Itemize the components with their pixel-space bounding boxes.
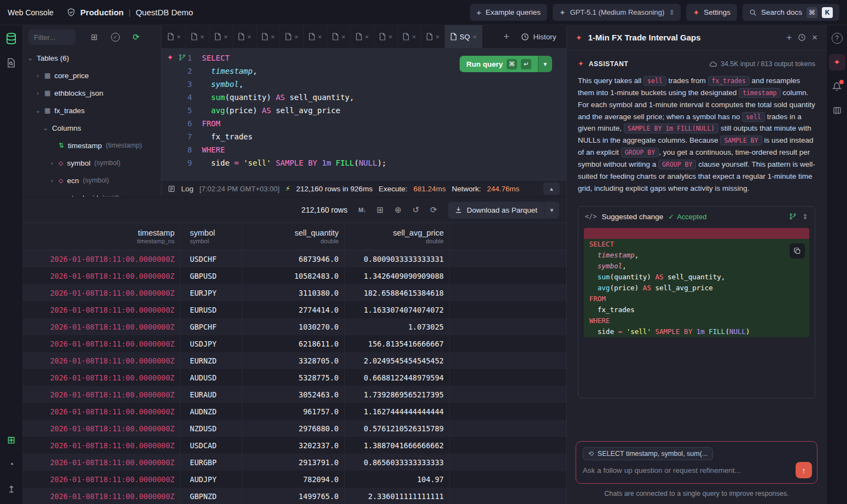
- code-line[interactable]: 6FROM: [161, 117, 566, 130]
- table-row[interactable]: 2026-01-08T18:11:00.0000000ZUSDCHF687394…: [23, 250, 566, 267]
- chat-history-button[interactable]: [798, 33, 806, 42]
- check-circle-icon[interactable]: ✓: [111, 33, 120, 42]
- close-tab-icon[interactable]: ×: [294, 33, 299, 41]
- code-line[interactable]: 4 sum(quantity) AS sell_quantity,: [161, 91, 566, 104]
- copy-icon[interactable]: [790, 243, 805, 259]
- new-chat-button[interactable]: +: [786, 32, 792, 43]
- table-row[interactable]: 2026-01-08T18:11:00.0000000ZGBPUSD105824…: [23, 267, 566, 284]
- column-item[interactable]: 123trade_id(uuid): [23, 189, 161, 197]
- close-tab-icon[interactable]: ×: [271, 33, 275, 41]
- table-item[interactable]: ›▦ethblocks_json: [23, 84, 161, 102]
- close-tab-icon[interactable]: ×: [412, 33, 416, 41]
- globe-icon[interactable]: ⊕: [395, 205, 402, 215]
- columns-panel-icon[interactable]: [829, 102, 845, 119]
- editor-tab[interactable]: ×: [421, 25, 445, 48]
- run-query-main[interactable]: Run query ⌘ ↵: [460, 56, 538, 72]
- query-context-chip[interactable]: ⟲ SELECT timestamp, symbol, sum(...: [583, 447, 713, 460]
- table-row[interactable]: 2026-01-08T18:11:00.0000000ZEURAUD305246…: [23, 386, 566, 403]
- close-tab-icon[interactable]: ×: [177, 33, 181, 41]
- table-row[interactable]: 2026-01-08T18:11:00.0000000ZNZDUSD297688…: [23, 420, 566, 437]
- help-icon[interactable]: ?: [829, 30, 845, 46]
- new-tab-button[interactable]: +: [497, 25, 515, 48]
- table-row[interactable]: 2026-01-08T18:11:00.0000000ZUSDJPY621861…: [23, 335, 566, 352]
- close-tab-icon[interactable]: ×: [365, 33, 369, 41]
- example-queries-button[interactable]: + Example queries: [470, 4, 547, 21]
- editor-tab[interactable]: ×: [351, 25, 374, 48]
- ai-assistant-icon[interactable]: ✦: [829, 54, 845, 71]
- table-row[interactable]: 2026-01-08T18:11:00.0000000ZEURJPY311038…: [23, 284, 566, 301]
- expand-collapse-icon[interactable]: ⇕: [802, 213, 808, 221]
- close-tab-icon[interactable]: ×: [247, 33, 252, 41]
- column-header[interactable]: symbolsymbol: [181, 223, 242, 250]
- close-tab-icon[interactable]: ×: [224, 33, 228, 41]
- panel-layout-icon[interactable]: ⊞: [91, 32, 98, 42]
- ai-sparkle-icon[interactable]: ✦: [167, 53, 173, 62]
- code-line[interactable]: 3 symbol,: [161, 78, 566, 91]
- collapse-log-button[interactable]: ▲: [543, 183, 560, 195]
- close-tab-icon[interactable]: ×: [473, 33, 477, 41]
- column-item[interactable]: ›◇symbol(symbol): [23, 154, 161, 172]
- editor-tab[interactable]: ×: [398, 25, 421, 48]
- grid-view-icon[interactable]: ⊞: [3, 432, 20, 448]
- history-button[interactable]: History: [515, 30, 561, 44]
- code-line[interactable]: 5 avg(price) AS sell_avg_price: [161, 104, 566, 117]
- table-row[interactable]: 2026-01-08T18:11:00.0000000ZEURGBP291379…: [23, 454, 566, 471]
- import-icon[interactable]: ↥: [3, 481, 20, 497]
- column-item[interactable]: ⇅timestamp(timestamp): [23, 137, 161, 154]
- search-docs-button[interactable]: Search docs ⌘ K: [742, 4, 839, 21]
- filter-input[interactable]: [28, 30, 76, 45]
- close-tab-icon[interactable]: ×: [388, 33, 393, 41]
- close-tab-icon[interactable]: ×: [318, 33, 322, 41]
- editor-tab-active[interactable]: SQ×: [445, 25, 483, 48]
- close-tab-icon[interactable]: ×: [436, 33, 440, 41]
- table-row[interactable]: 2026-01-08T18:11:00.0000000ZEURNZD332870…: [23, 352, 566, 369]
- refresh-icon[interactable]: ⟳: [133, 32, 140, 42]
- column-header[interactable]: sell_avg_pricedouble: [345, 223, 450, 250]
- table-row[interactable]: 2026-01-08T18:11:00.0000000ZAUDJPY782094…: [23, 471, 566, 488]
- log-label[interactable]: Log: [181, 185, 194, 193]
- refresh-icon[interactable]: ⟳: [430, 205, 437, 215]
- git-branch-icon[interactable]: [178, 54, 186, 61]
- table-row[interactable]: 2026-01-08T18:11:00.0000000ZAUDUSD532877…: [23, 369, 566, 386]
- close-panel-button[interactable]: ×: [812, 32, 817, 43]
- undo-icon[interactable]: ↺: [413, 205, 420, 215]
- column-item[interactable]: ›◇ecn(symbol): [23, 172, 161, 189]
- tables-header[interactable]: ⌄Tables (6): [23, 49, 161, 67]
- editor-tab[interactable]: ×: [327, 25, 351, 48]
- chat-input-box[interactable]: ⟲ SELECT timestamp, symbol, sum(... Ask …: [576, 441, 817, 484]
- table-row[interactable]: 2026-01-08T18:11:00.0000000ZUSDCAD320233…: [23, 437, 566, 454]
- download-options-chevron[interactable]: ▼: [544, 202, 559, 219]
- table-row[interactable]: 2026-01-08T18:11:00.0000000ZAUDNZD961757…: [23, 403, 566, 420]
- code-line[interactable]: 9 side = 'sell' SAMPLE BY 1m FILL(NULL);: [161, 156, 566, 169]
- sql-editor[interactable]: ✦ 1SELECT2 timestamp,3 symbol,4 sum(quan…: [161, 48, 566, 180]
- editor-tab[interactable]: ×: [163, 25, 186, 48]
- editor-tab[interactable]: ×: [186, 25, 210, 48]
- editor-tab[interactable]: ×: [210, 25, 233, 48]
- column-header[interactable]: timestamptimestamp_ns: [23, 223, 181, 250]
- column-header[interactable]: sell_quantitydouble: [242, 223, 345, 250]
- table-item[interactable]: ⌄▦fx_trades: [23, 102, 161, 119]
- code-line[interactable]: 8WHERE: [161, 143, 566, 156]
- run-options-chevron[interactable]: ▼: [538, 56, 552, 72]
- download-parquet-button[interactable]: Download as Parquet ▼: [448, 202, 559, 219]
- editor-tab[interactable]: ×: [280, 25, 304, 48]
- send-button[interactable]: ↑: [796, 462, 812, 478]
- editor-tab[interactable]: ×: [304, 25, 327, 48]
- table-row[interactable]: 2026-01-08T18:11:00.0000000ZGBPNZD149976…: [23, 488, 566, 504]
- close-tab-icon[interactable]: ×: [200, 33, 205, 41]
- download-parquet-main[interactable]: Download as Parquet: [448, 206, 544, 214]
- table-item[interactable]: ›▦core_price: [23, 67, 161, 84]
- explore-tables-icon[interactable]: [3, 55, 20, 71]
- markdown-icon[interactable]: M↓: [358, 207, 366, 213]
- code-line[interactable]: 7 fx_trades: [161, 130, 566, 143]
- table-row[interactable]: 2026-01-08T18:11:00.0000000ZGBPCHF103027…: [23, 318, 566, 335]
- table-row[interactable]: 2026-01-08T18:11:00.0000000ZEURUSD277441…: [23, 301, 566, 318]
- notifications-bell-icon[interactable]: [829, 78, 845, 95]
- chart-view-icon[interactable]: ◔: [3, 456, 20, 473]
- questdb-logo[interactable]: [3, 30, 20, 46]
- columns-header[interactable]: ⌄Columns: [23, 119, 161, 137]
- editor-tab[interactable]: ×: [257, 25, 280, 48]
- close-tab-icon[interactable]: ×: [341, 33, 346, 41]
- editor-tab[interactable]: ×: [233, 25, 257, 48]
- instance-badge[interactable]: Production | QuestDB Demo: [67, 8, 193, 17]
